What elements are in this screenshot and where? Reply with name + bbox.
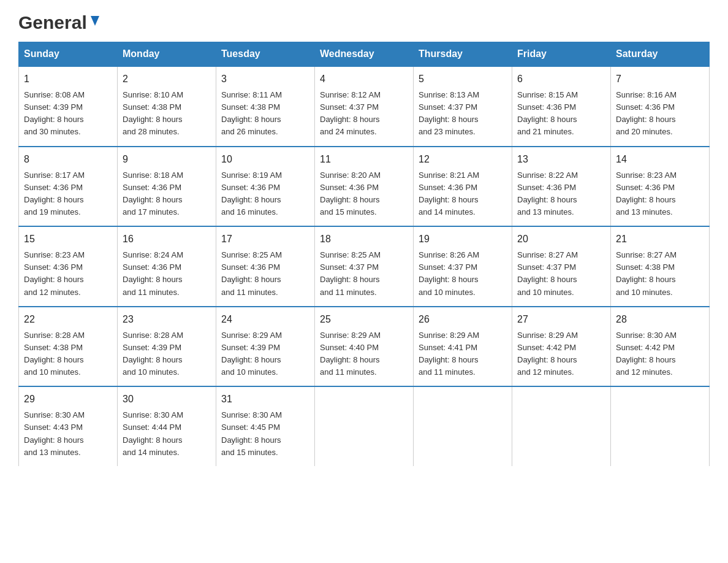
day-info: Sunrise: 8:21 AMSunset: 4:36 PMDaylight:… — [419, 169, 507, 219]
calendar-cell: 14 Sunrise: 8:23 AMSunset: 4:36 PMDaylig… — [611, 147, 710, 227]
calendar-week-3: 15 Sunrise: 8:23 AMSunset: 4:36 PMDaylig… — [19, 226, 710, 307]
day-info: Sunrise: 8:28 AMSunset: 4:38 PMDaylight:… — [24, 329, 112, 379]
calendar-cell: 29 Sunrise: 8:30 AMSunset: 4:43 PMDaylig… — [19, 386, 118, 466]
calendar-cell: 17 Sunrise: 8:25 AMSunset: 4:36 PMDaylig… — [216, 226, 315, 307]
day-info: Sunrise: 8:29 AMSunset: 4:39 PMDaylight:… — [221, 329, 309, 379]
calendar-cell: 24 Sunrise: 8:29 AMSunset: 4:39 PMDaylig… — [216, 307, 315, 387]
day-info: Sunrise: 8:23 AMSunset: 4:36 PMDaylight:… — [24, 249, 112, 299]
calendar-cell: 4 Sunrise: 8:12 AMSunset: 4:37 PMDayligh… — [315, 66, 414, 147]
header-sunday: Sunday — [19, 42, 118, 67]
day-info: Sunrise: 8:27 AMSunset: 4:38 PMDaylight:… — [616, 249, 704, 299]
day-info: Sunrise: 8:15 AMSunset: 4:36 PMDaylight:… — [517, 89, 605, 139]
day-number: 31 — [221, 392, 309, 407]
day-number: 5 — [419, 72, 507, 86]
day-number: 29 — [24, 392, 112, 407]
day-info: Sunrise: 8:29 AMSunset: 4:40 PMDaylight:… — [320, 329, 408, 379]
calendar-cell: 22 Sunrise: 8:28 AMSunset: 4:38 PMDaylig… — [19, 307, 118, 387]
calendar-cell: 12 Sunrise: 8:21 AMSunset: 4:36 PMDaylig… — [414, 147, 512, 227]
calendar-cell: 10 Sunrise: 8:19 AMSunset: 4:36 PMDaylig… — [216, 147, 315, 227]
page-header: General — [18, 12, 710, 29]
day-info: Sunrise: 8:19 AMSunset: 4:36 PMDaylight:… — [221, 169, 309, 219]
day-number: 12 — [419, 152, 507, 167]
calendar-cell: 9 Sunrise: 8:18 AMSunset: 4:36 PMDayligh… — [118, 147, 216, 227]
day-info: Sunrise: 8:30 AMSunset: 4:42 PMDaylight:… — [616, 329, 704, 379]
calendar-week-5: 29 Sunrise: 8:30 AMSunset: 4:43 PMDaylig… — [19, 386, 710, 466]
day-info: Sunrise: 8:08 AMSunset: 4:39 PMDaylight:… — [24, 89, 112, 139]
logo-arrow-icon — [88, 15, 102, 31]
day-info: Sunrise: 8:30 AMSunset: 4:45 PMDaylight:… — [221, 409, 309, 459]
day-number: 30 — [123, 392, 211, 407]
day-number: 14 — [616, 152, 704, 167]
logo: General — [18, 12, 102, 29]
calendar-cell: 25 Sunrise: 8:29 AMSunset: 4:40 PMDaylig… — [315, 307, 414, 387]
day-info: Sunrise: 8:16 AMSunset: 4:36 PMDaylight:… — [616, 89, 704, 139]
day-info: Sunrise: 8:10 AMSunset: 4:38 PMDaylight:… — [123, 89, 211, 139]
day-info: Sunrise: 8:20 AMSunset: 4:36 PMDaylight:… — [320, 169, 408, 219]
calendar-cell — [611, 386, 710, 466]
day-number: 17 — [221, 232, 309, 247]
day-number: 8 — [24, 152, 112, 167]
day-number: 24 — [221, 312, 309, 327]
day-number: 23 — [123, 312, 211, 327]
day-number: 18 — [320, 232, 408, 247]
day-number: 26 — [419, 312, 507, 327]
header-saturday: Saturday — [611, 42, 710, 67]
day-number: 1 — [24, 72, 112, 86]
calendar-cell: 26 Sunrise: 8:29 AMSunset: 4:41 PMDaylig… — [414, 307, 512, 387]
calendar-cell: 6 Sunrise: 8:15 AMSunset: 4:36 PMDayligh… — [512, 66, 611, 147]
calendar-cell: 7 Sunrise: 8:16 AMSunset: 4:36 PMDayligh… — [611, 66, 710, 147]
day-info: Sunrise: 8:27 AMSunset: 4:37 PMDaylight:… — [517, 249, 605, 299]
day-number: 22 — [24, 312, 112, 327]
calendar-cell — [512, 386, 611, 466]
day-info: Sunrise: 8:30 AMSunset: 4:44 PMDaylight:… — [123, 409, 211, 459]
day-number: 16 — [123, 232, 211, 247]
day-info: Sunrise: 8:18 AMSunset: 4:36 PMDaylight:… — [123, 169, 211, 219]
day-info: Sunrise: 8:29 AMSunset: 4:41 PMDaylight:… — [419, 329, 507, 379]
header-thursday: Thursday — [414, 42, 512, 67]
day-info: Sunrise: 8:13 AMSunset: 4:37 PMDaylight:… — [419, 89, 507, 139]
calendar-cell: 8 Sunrise: 8:17 AMSunset: 4:36 PMDayligh… — [19, 147, 118, 227]
calendar-cell: 21 Sunrise: 8:27 AMSunset: 4:38 PMDaylig… — [611, 226, 710, 307]
calendar-cell: 28 Sunrise: 8:30 AMSunset: 4:42 PMDaylig… — [611, 307, 710, 387]
calendar-cell: 16 Sunrise: 8:24 AMSunset: 4:36 PMDaylig… — [118, 226, 216, 307]
calendar-cell: 23 Sunrise: 8:28 AMSunset: 4:39 PMDaylig… — [118, 307, 216, 387]
header-wednesday: Wednesday — [315, 42, 414, 67]
calendar-cell: 15 Sunrise: 8:23 AMSunset: 4:36 PMDaylig… — [19, 226, 118, 307]
day-number: 6 — [517, 72, 605, 86]
calendar-cell — [315, 386, 414, 466]
header-friday: Friday — [512, 42, 611, 67]
day-number: 15 — [24, 232, 112, 247]
svg-marker-0 — [91, 16, 99, 26]
header-monday: Monday — [118, 42, 216, 67]
calendar-week-2: 8 Sunrise: 8:17 AMSunset: 4:36 PMDayligh… — [19, 147, 710, 227]
day-number: 9 — [123, 152, 211, 167]
calendar-cell: 1 Sunrise: 8:08 AMSunset: 4:39 PMDayligh… — [19, 66, 118, 147]
day-number: 7 — [616, 72, 704, 86]
day-info: Sunrise: 8:30 AMSunset: 4:43 PMDaylight:… — [24, 409, 112, 459]
header-tuesday: Tuesday — [216, 42, 315, 67]
day-info: Sunrise: 8:23 AMSunset: 4:36 PMDaylight:… — [616, 169, 704, 219]
calendar-cell: 11 Sunrise: 8:20 AMSunset: 4:36 PMDaylig… — [315, 147, 414, 227]
calendar-cell: 20 Sunrise: 8:27 AMSunset: 4:37 PMDaylig… — [512, 226, 611, 307]
day-info: Sunrise: 8:25 AMSunset: 4:36 PMDaylight:… — [221, 249, 309, 299]
calendar-cell: 13 Sunrise: 8:22 AMSunset: 4:36 PMDaylig… — [512, 147, 611, 227]
day-number: 25 — [320, 312, 408, 327]
calendar-cell: 19 Sunrise: 8:26 AMSunset: 4:37 PMDaylig… — [414, 226, 512, 307]
calendar-cell: 30 Sunrise: 8:30 AMSunset: 4:44 PMDaylig… — [118, 386, 216, 466]
calendar-cell: 2 Sunrise: 8:10 AMSunset: 4:38 PMDayligh… — [118, 66, 216, 147]
logo-general: General — [18, 12, 87, 33]
day-info: Sunrise: 8:22 AMSunset: 4:36 PMDaylight:… — [517, 169, 605, 219]
day-info: Sunrise: 8:12 AMSunset: 4:37 PMDaylight:… — [320, 89, 408, 139]
day-number: 21 — [616, 232, 704, 247]
calendar-cell — [414, 386, 512, 466]
calendar-week-4: 22 Sunrise: 8:28 AMSunset: 4:38 PMDaylig… — [19, 307, 710, 387]
day-number: 2 — [123, 72, 211, 86]
day-info: Sunrise: 8:24 AMSunset: 4:36 PMDaylight:… — [123, 249, 211, 299]
day-number: 19 — [419, 232, 507, 247]
calendar-body: 1 Sunrise: 8:08 AMSunset: 4:39 PMDayligh… — [19, 66, 710, 466]
calendar-header: SundayMondayTuesdayWednesdayThursdayFrid… — [19, 42, 710, 67]
day-info: Sunrise: 8:28 AMSunset: 4:39 PMDaylight:… — [123, 329, 211, 379]
calendar-week-1: 1 Sunrise: 8:08 AMSunset: 4:39 PMDayligh… — [19, 66, 710, 147]
day-number: 10 — [221, 152, 309, 167]
day-info: Sunrise: 8:25 AMSunset: 4:37 PMDaylight:… — [320, 249, 408, 299]
